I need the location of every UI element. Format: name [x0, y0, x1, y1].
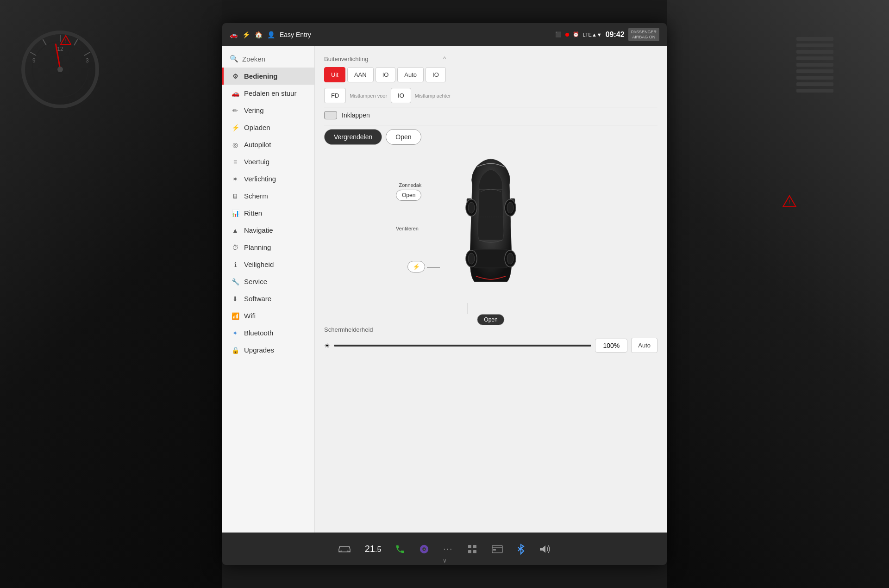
ritten-icon: 📊	[231, 210, 239, 217]
sidebar: 🔍 Zoeken ⚙ Bediening 🚗 Pedalen en stuur …	[222, 46, 315, 532]
sidebar-label-software: Software	[244, 295, 271, 303]
mistlamp-voor-toggle[interactable]: FD	[324, 88, 346, 103]
charge-btn[interactable]: ⚡	[407, 261, 425, 272]
trunk-area: Open	[477, 314, 504, 325]
taskbar-dots[interactable]: ···	[443, 544, 453, 554]
taskbar-card[interactable]	[492, 545, 503, 554]
navigatie-icon: ▲	[231, 227, 239, 234]
time-display: 09:42	[606, 31, 625, 39]
warning-icon-left: !	[60, 35, 71, 46]
sidebar-item-bluetooth[interactable]: ✦ Bluetooth	[222, 324, 314, 341]
line-trunk	[468, 303, 468, 314]
autopilot-icon: ◎	[231, 141, 239, 149]
sidebar-label-bediening: Bediening	[244, 72, 278, 80]
right-panel: FMONE !	[667, 0, 889, 588]
brightness-auto-btn[interactable]: Auto	[631, 338, 657, 353]
sidebar-label-pedalen: Pedalen en stuur	[244, 89, 296, 97]
home-status-icon[interactable]: 🏠	[255, 31, 263, 38]
svg-point-21	[468, 202, 475, 213]
sidebar-label-ritten: Ritten	[244, 209, 262, 217]
lights-btn-uit[interactable]: Uit	[324, 67, 345, 82]
sidebar-label-scherm: Scherm	[244, 192, 268, 200]
lte-status-icon: LTE▲▼	[583, 32, 602, 37]
airbag-indicator: PASSENGERAIRBAG ON	[628, 28, 659, 42]
bluetooth-icon: ✦	[231, 329, 239, 337]
brightness-fill	[334, 345, 591, 347]
buitenverlichting-section: Buitenverlichting Uit AAN IO Auto IO FD …	[324, 56, 657, 103]
vering-icon: ✏	[231, 107, 239, 114]
left-panel: 12 3 9 !	[0, 0, 222, 588]
sidebar-item-vering[interactable]: ✏ Vering	[222, 102, 314, 119]
sunroof-label: Zonnedak	[399, 182, 421, 188]
sidebar-item-service[interactable]: 🔧 Service	[222, 273, 314, 290]
divider-1	[324, 107, 657, 107]
clock-status-icon: ⏰	[573, 31, 579, 37]
sidebar-item-verlichting[interactable]: ✶ Verlichting	[222, 170, 314, 187]
lock-section: Vergrendelen Open	[324, 129, 657, 145]
taskbar-media[interactable]	[419, 544, 429, 554]
software-icon: ⬇	[231, 295, 239, 303]
taskbar-car[interactable]	[338, 545, 351, 554]
lights-btn-aan[interactable]: AAN	[347, 67, 374, 82]
lights-btn-io[interactable]: IO	[376, 67, 396, 82]
sidebar-label-navigatie: Navigatie	[244, 226, 273, 234]
taskbar-phone[interactable]	[395, 544, 405, 554]
sidebar-item-bediening[interactable]: ⚙ Bediening	[222, 68, 314, 85]
sidebar-item-software[interactable]: ⬇ Software	[222, 290, 314, 307]
brightness-slider[interactable]	[334, 345, 591, 347]
sidebar-label-opladen: Opladen	[244, 124, 270, 131]
sidebar-label-vering: Vering	[244, 106, 264, 114]
sidebar-item-scherm[interactable]: 🖥 Scherm	[222, 187, 314, 204]
svg-point-31	[424, 548, 425, 550]
taskbar-bluetooth[interactable]	[517, 544, 525, 555]
sidebar-item-pedalen[interactable]: 🚗 Pedalen en stuur	[222, 85, 314, 102]
rec-status-icon	[565, 33, 569, 37]
mistlampen-row: FD Mistlampen voor IO Mistlamp achter	[324, 88, 657, 103]
vergrendelen-btn[interactable]: Vergrendelen	[324, 129, 382, 145]
wifi-icon: 📶	[231, 312, 239, 320]
warning-icon-right: !	[783, 194, 796, 208]
svg-line-3	[43, 39, 47, 45]
sidebar-label-veiligheid: Veiligheid	[244, 260, 274, 268]
upgrades-icon: 🔒	[231, 347, 239, 354]
brightness-value: 100%	[595, 339, 627, 353]
sunroof-open-btn[interactable]: Open	[396, 190, 421, 201]
nav-arrow-down[interactable]: ∨	[443, 557, 447, 564]
svg-rect-38	[493, 549, 496, 551]
sidebar-item-planning[interactable]: ⏱ Planning	[222, 239, 314, 256]
mistlamp-achter-label: Mistlamp achter	[415, 93, 451, 99]
sidebar-item-upgrades[interactable]: 🔒 Upgrades	[222, 341, 314, 359]
svg-point-28	[347, 551, 349, 552]
svg-text:3: 3	[86, 57, 89, 64]
lights-btn-io2[interactable]: IO	[426, 67, 446, 82]
status-bar: 🚗 ⚡ 🏠 👤 Easy Entry ⬛ ⏰ LTE▲▼ 09:42 PASSE…	[222, 23, 667, 46]
car-view: Zonnedak Open Ventileren ⚡	[324, 152, 657, 319]
svg-point-22	[507, 202, 513, 213]
sidebar-item-navigatie[interactable]: ▲ Navigatie	[222, 222, 314, 239]
sidebar-item-autopilot[interactable]: ◎ Autopilot	[222, 136, 314, 153]
sidebar-item-wifi[interactable]: 📶 Wifi	[222, 307, 314, 324]
brightness-section: Schermhelderheid ☀ 100% Auto	[324, 326, 657, 353]
svg-point-11	[57, 67, 63, 72]
sidebar-search[interactable]: 🔍 Zoeken	[222, 50, 314, 68]
sidebar-item-veiligheid[interactable]: ℹ Veiligheid	[222, 256, 314, 273]
sidebar-item-ritten[interactable]: 📊 Ritten	[222, 204, 314, 222]
volume-icon	[539, 544, 551, 554]
sidebar-item-voertuig[interactable]: ≡ Voertuig	[222, 153, 314, 170]
taskbar-apps[interactable]	[467, 544, 478, 555]
taskbar-temperature[interactable]: 21.5	[365, 544, 382, 554]
status-bar-left: 🚗 ⚡ 🏠 👤 Easy Entry	[230, 31, 550, 38]
taskbar-volume[interactable]	[539, 544, 551, 554]
mistlamp-achter-toggle[interactable]: IO	[391, 88, 411, 103]
sidebar-label-upgrades: Upgrades	[244, 346, 274, 354]
car-top-svg	[463, 157, 519, 296]
brightness-row: ☀ 100% Auto	[324, 338, 657, 353]
charge-area: ⚡	[407, 261, 425, 272]
sidebar-item-opladen[interactable]: ⚡ Opladen	[222, 119, 314, 136]
nav-arrow-up[interactable]: ^	[443, 56, 446, 62]
taskbar-temp-value: 21.5	[365, 544, 382, 554]
sunroof-area: Zonnedak Open	[396, 182, 421, 201]
trunk-btn[interactable]: Open	[477, 314, 504, 325]
lights-btn-auto[interactable]: Auto	[397, 67, 424, 82]
open-btn[interactable]: Open	[386, 129, 421, 145]
